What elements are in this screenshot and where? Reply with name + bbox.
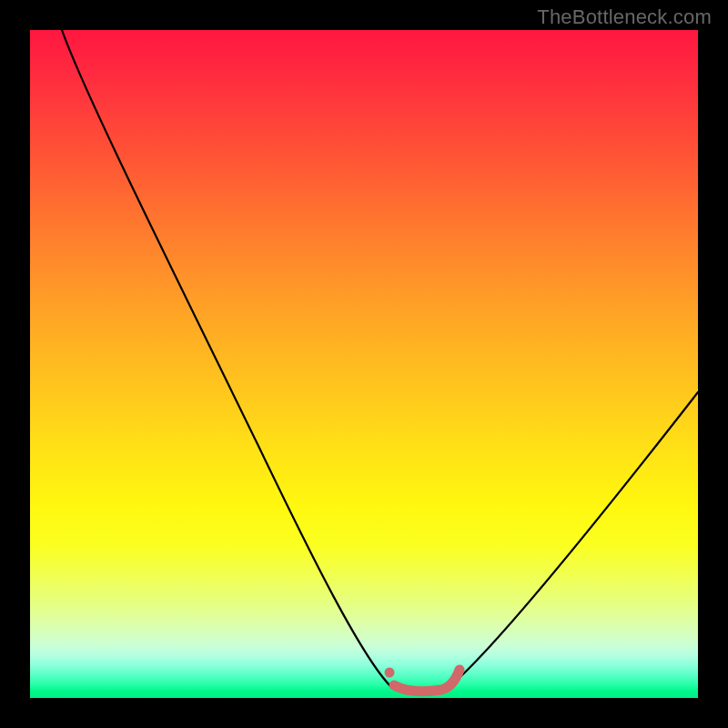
watermark-text: TheBottleneck.com	[537, 5, 712, 29]
curve-right-branch	[449, 392, 698, 687]
plot-area	[30, 30, 698, 698]
curve-left-branch	[62, 30, 391, 687]
marker-dot	[385, 668, 395, 678]
bottleneck-curve	[30, 30, 698, 698]
chart-frame: TheBottleneck.com	[0, 0, 728, 728]
marker-valley-segment	[394, 670, 460, 692]
